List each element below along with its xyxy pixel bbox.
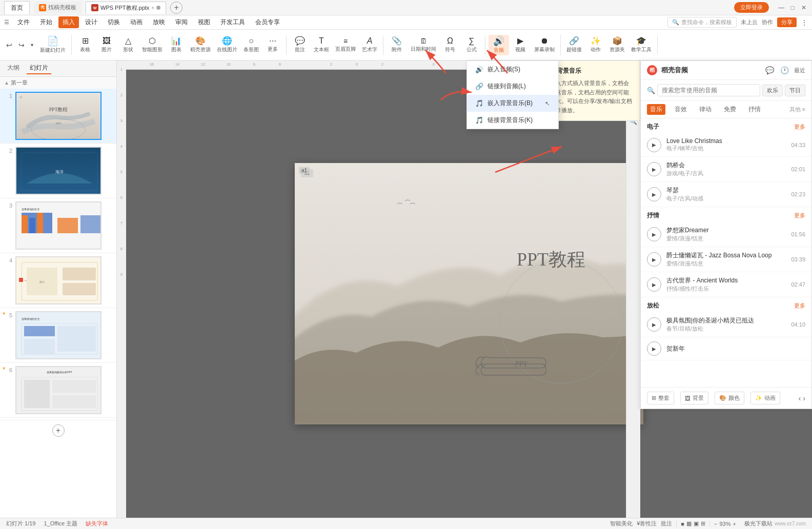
slide-item-2[interactable]: 2 海洋 [0, 144, 116, 198]
menu-slideshow[interactable]: 放映 [149, 16, 169, 28]
share-button[interactable]: 分享 [777, 17, 797, 27]
menu-view[interactable]: 视图 [194, 16, 214, 28]
dropdown-embed-bg-music[interactable]: 🎵 嵌入背景音乐(B) ↖ [467, 95, 558, 112]
art-text-button[interactable]: A 艺术字 [359, 35, 380, 55]
comment-label[interactable]: 批注 [661, 520, 672, 527]
tab-outline[interactable]: 大纲 [4, 63, 23, 74]
monster-label[interactable]: ¥兽性注 [637, 520, 657, 527]
music-section-relax-more[interactable]: 更多 [794, 302, 805, 310]
music-search-tag-festival[interactable]: 节日 [785, 85, 805, 96]
menu-review[interactable]: 审阅 [171, 16, 192, 28]
music-play-3[interactable]: ▶ [647, 187, 661, 201]
chart-button[interactable]: 📊 图表 [166, 35, 187, 55]
music-tab-lyric[interactable]: 抒情 [745, 104, 764, 115]
footer-btn-bg[interactable]: 🖼 背景 [680, 392, 708, 404]
music-section-lyric-more[interactable]: 更多 [794, 212, 805, 219]
picture-button[interactable]: 🖼 图片 [96, 35, 117, 55]
slide-canvas[interactable]: PPT教程 ·PPT a1 a1 [295, 163, 643, 424]
music-play-1[interactable]: ▶ [647, 138, 661, 152]
window-min-button[interactable]: — [777, 4, 785, 12]
music-search-tag-happy[interactable]: 欢乐 [762, 85, 783, 96]
shapes2-button[interactable]: ○ 条形图 [241, 35, 261, 55]
menu-insert[interactable]: 插入 [58, 16, 79, 28]
view-reading-btn[interactable]: ▣ [694, 520, 699, 527]
app-menu-icon[interactable]: ☰ [4, 19, 9, 26]
formula-button[interactable]: ∑ 公式 [461, 35, 482, 55]
dropdown-embed-audio[interactable]: 🔊 嵌入音频(S) [467, 61, 558, 78]
teach-tool-button[interactable]: 🎓 教学工具 [628, 35, 654, 55]
tab-slides[interactable]: 幻灯片 [27, 63, 51, 74]
music-item-3[interactable]: ▶ 琴瑟 电子/古风/动感 02:23 [641, 182, 811, 207]
window-max-button[interactable]: □ [788, 4, 797, 12]
textbox-button[interactable]: T 文本框 [311, 35, 332, 55]
music-item-2[interactable]: ▶ 鹊桥会 游戏/电子/古风 02:01 [641, 157, 811, 182]
font-missing-label[interactable]: 缺失字体 [86, 520, 108, 527]
collab-label[interactable]: 协作 [762, 18, 773, 26]
music-section-electronic-more[interactable]: 更多 [794, 123, 805, 131]
footer-btn-color[interactable]: 🎨 颜色 [715, 392, 744, 404]
symbol-button[interactable]: Ω 符号 [440, 35, 460, 55]
shape-button[interactable]: △ 形状 [118, 35, 138, 55]
music-clock-icon[interactable]: 🕐 [779, 65, 790, 75]
new-slide-button[interactable]: 📄 新建幻灯片 [37, 35, 68, 55]
music-tab-music[interactable]: 音乐 [647, 104, 665, 115]
action-button[interactable]: ✨ 动作 [585, 35, 606, 55]
slide-item-1[interactable]: 1 PPT教程 ·PPT a1 [0, 89, 116, 144]
slide-item-6[interactable]: ★ 6 远离基地案例分析PPT [0, 363, 116, 418]
view-normal-btn[interactable]: ■ [681, 521, 684, 527]
comment-button[interactable]: 💬 批注 [290, 35, 310, 55]
view-slideshow-btn[interactable]: ⊞ [701, 520, 705, 527]
menu-transition[interactable]: 切换 [104, 16, 124, 28]
music-comment-icon[interactable]: 💬 [764, 65, 775, 75]
menu-devtools[interactable]: 开发工具 [216, 16, 249, 28]
music-play-8[interactable]: ▶ [647, 341, 661, 356]
dropdown-link-audio[interactable]: 🔗 链接到音频(L) [467, 78, 558, 95]
audio-button[interactable]: 🔊 音频 [489, 35, 509, 55]
music-item-1[interactable]: ▶ Love Like Christmas 电子/钢琴/吉他 04:33 [641, 133, 811, 157]
menu-home[interactable]: 开始 [36, 16, 56, 28]
ai-beautify-label[interactable]: 智能美化 [610, 520, 633, 527]
menu-animation[interactable]: 动画 [126, 16, 147, 28]
slide-item-4[interactable]: 4 图示 中 [0, 253, 116, 308]
add-slide-button[interactable]: + [52, 424, 65, 437]
table-button[interactable]: ⊞ 表格 [75, 35, 95, 55]
tab-pptx[interactable]: W WPS PPT教程.pptx × [86, 2, 166, 14]
resource-button[interactable]: 📦 资源夹 [607, 35, 627, 55]
search-command[interactable]: 🔍 查找命令，搜索模板 [667, 17, 737, 28]
undo-history-button[interactable]: ▾ [29, 40, 35, 49]
video-button[interactable]: ▶ 视频 [510, 35, 531, 55]
music-item-5[interactable]: ▶ 爵士慵懒诺瓦 - Jazz Bossa Nova Loop 爱情/浪漫/恬意… [641, 247, 811, 272]
dropdown-link-bg-music[interactable]: 🎵 链接背景音乐(K) [467, 112, 558, 129]
more-options-icon[interactable]: ⋮ [801, 18, 808, 27]
screen-rec-button[interactable]: ⏺ 屏幕录制 [532, 35, 557, 55]
music-play-6[interactable]: ▶ [647, 277, 661, 292]
music-tab-sfx[interactable]: 音效 [672, 104, 690, 115]
music-search-input[interactable] [657, 84, 760, 96]
music-tab-other[interactable]: 其他 ≡ [789, 106, 805, 113]
signin-button[interactable]: 立即登录 [734, 2, 769, 13]
music-item-8[interactable]: ▶ 贺新年 [641, 337, 811, 360]
footer-next-icon[interactable]: › [803, 394, 805, 402]
music-item-4[interactable]: ▶ 梦想家Dreamer 爱情/浪漫/恬意 01:56 [641, 222, 811, 247]
menu-file[interactable]: 文件 [13, 16, 34, 28]
attach-button[interactable]: 📎 附件 [387, 35, 407, 55]
redo-button[interactable]: ↪ [16, 39, 27, 51]
music-item-7[interactable]: ▶ 极具氛围|你的圣诞小精灵已抵达 春节/旦晴/放松 04:10 [641, 312, 811, 337]
footer-btn-full[interactable]: ⊞ 整套 [647, 392, 674, 404]
music-tab-free[interactable]: 免费 [721, 104, 739, 115]
window-close-button[interactable]: ✕ [800, 4, 808, 12]
shell-resource-button[interactable]: 🎨 稻壳资源 [188, 35, 213, 55]
menu-vip[interactable]: 会员专享 [251, 16, 284, 28]
tab-close-dot[interactable]: × [151, 5, 154, 11]
online-pic-button[interactable]: 🌐 在线图片 [214, 35, 240, 55]
music-play-4[interactable]: ▶ [647, 227, 661, 241]
smart-figure-button[interactable]: ⬡ 智能图形 [139, 35, 165, 55]
page-header-button[interactable]: ≡ 页眉页脚 [333, 36, 358, 54]
cloud-label[interactable]: 未上云 [741, 18, 758, 26]
hyperlink-button[interactable]: 🔗 超链接 [564, 35, 584, 55]
zoom-in-button[interactable]: + [733, 521, 736, 527]
music-play-7[interactable]: ▶ [647, 317, 661, 332]
music-item-6[interactable]: ▶ 古代世界 - Ancient Worlds 抒情/感性/打击乐 02:47 [641, 272, 811, 297]
slide-item-5[interactable]: ★ 5 远离基地的生活 [0, 308, 116, 363]
footer-prev-icon[interactable]: ‹ [799, 394, 801, 402]
